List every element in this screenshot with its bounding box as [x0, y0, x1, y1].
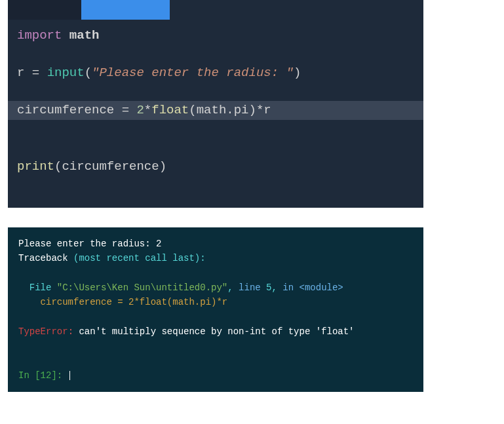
- code-line-3: r = input("Please enter the radius: "): [17, 64, 414, 83]
- code-line-8: print(circumference): [17, 157, 414, 176]
- console-pane: Please enter the radius: 2 Traceback (mo…: [8, 227, 423, 393]
- code-line-blank: [17, 120, 414, 139]
- console-blank: [18, 339, 413, 353]
- code-line-blank: [17, 138, 414, 157]
- module-name: math: [69, 28, 100, 43]
- console-traceback-header: Traceback (most recent call last):: [18, 251, 413, 265]
- console-file-line: File "C:\Users\Ken Sun\untitled0.py", li…: [18, 280, 413, 295]
- console-input-prompt[interactable]: In [12]:: [18, 368, 413, 383]
- code-line-blank: [17, 83, 414, 102]
- code-editor-pane: import math r = input("Please enter the …: [8, 0, 423, 208]
- console-code-echo: circumference = 2*float(math.pi)*r: [18, 295, 413, 309]
- cursor-icon: [69, 371, 70, 380]
- console-blank: [18, 354, 413, 368]
- console-blank: [18, 309, 413, 324]
- code-line-1: import math: [17, 26, 414, 45]
- console-output-line: Please enter the radius: 2: [18, 237, 413, 251]
- code-line-blank: [17, 176, 414, 195]
- console-error-line: TypeError: can't multiply sequence by no…: [18, 324, 413, 339]
- editor-tab-active[interactable]: [81, 0, 170, 20]
- keyword-import: import: [17, 28, 62, 43]
- editor-tab-inactive[interactable]: [8, 0, 81, 20]
- editor-tab-bar: [8, 0, 423, 20]
- console-blank: [18, 265, 413, 280]
- code-area[interactable]: import math r = input("Please enter the …: [8, 20, 423, 208]
- code-line-5-highlighted: circumference = 2*float(math.pi)*r: [8, 101, 423, 120]
- code-line-blank: [17, 45, 414, 64]
